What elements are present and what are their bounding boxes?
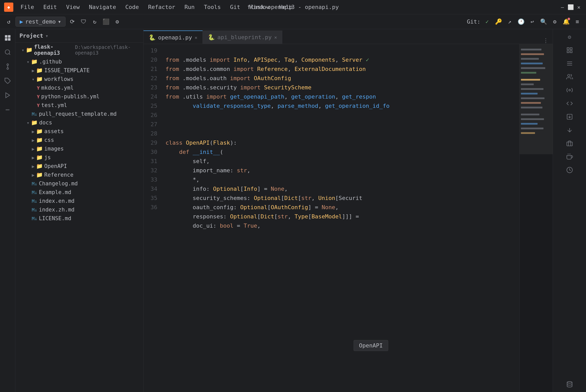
activity-run-icon[interactable]	[2, 90, 13, 101]
right-icon-4[interactable]	[564, 71, 575, 82]
menu-edit[interactable]: Edit	[39, 3, 61, 11]
activity-bar: ⋯	[0, 29, 15, 392]
menu-file[interactable]: File	[16, 3, 38, 11]
tree-item-css[interactable]: ▶ 📁 css	[15, 136, 143, 144]
right-icon-3[interactable]	[564, 58, 575, 69]
tooltip-text: OpenAPI	[359, 342, 383, 349]
folder-icon: 📁	[36, 154, 43, 161]
settings-button[interactable]: ⚙	[550, 17, 559, 26]
tree-label: index.en.md	[39, 198, 75, 204]
right-icon-7[interactable]	[564, 111, 575, 122]
minimize-button[interactable]: —	[559, 4, 566, 10]
code-editor[interactable]: 19 20 21 22 23 24 25 26 27 28 29 30 31 3…	[143, 44, 553, 392]
menu-code[interactable]: Code	[121, 3, 143, 11]
git-branch-button[interactable]: 🔑	[494, 17, 503, 26]
tree-item-assets[interactable]: ▶ 📁 assets	[15, 127, 143, 136]
activity-project-icon[interactable]	[2, 32, 13, 44]
activity-plugins-icon[interactable]	[2, 75, 13, 87]
svg-rect-1	[8, 35, 11, 38]
folder-icon: 📁	[36, 128, 43, 134]
tabs-bar: 🐍 openapi.py ✕ 🐍 api_blueprint.py ✕ ⋮	[143, 29, 553, 44]
notifications-button[interactable]: 🔔	[561, 17, 571, 26]
tree-item-github[interactable]: ▾ 📁 .github	[15, 57, 143, 66]
toolbar-btn-shield[interactable]: 🛡	[79, 17, 88, 26]
folder-icon: 📁	[31, 59, 38, 65]
project-label: Project	[19, 33, 43, 39]
tree-item-index-en-md[interactable]: M↓ index.en.md	[15, 197, 143, 205]
folder-icon: 📁	[36, 172, 43, 178]
activity-more-icon[interactable]: ⋯	[2, 104, 13, 115]
svg-line-5	[9, 54, 10, 55]
right-icon-9[interactable]	[564, 138, 575, 149]
tab-api-blueprint-py[interactable]: 🐍 api_blueprint.py ✕	[203, 30, 282, 44]
file-icon: Y	[37, 94, 40, 99]
activity-vcs-icon[interactable]	[2, 61, 13, 72]
tree-item-index-zh-md[interactable]: M↓ index.zh.md	[15, 205, 143, 214]
tree-item-test-yml[interactable]: Y test.yml	[15, 101, 143, 110]
right-icon-2[interactable]	[564, 45, 575, 56]
tree-label: mkdocs.yml	[41, 85, 74, 91]
svg-rect-34	[570, 51, 572, 53]
tree-item-flask-openapi3[interactable]: ▾ 📁 flask-openapi3 D:\workspace\flask-op…	[15, 43, 143, 57]
tree-label: workflows	[44, 76, 74, 82]
tree-item-python-publish-yml[interactable]: Y python-publish.yml	[15, 92, 143, 101]
git-check-button[interactable]: ✓	[482, 17, 492, 26]
chevron-right-icon: ▶	[32, 172, 35, 178]
file-icon: M↓	[32, 198, 37, 204]
chevron-right-icon: ▶	[32, 68, 35, 73]
tabs-more-button[interactable]: ⋮	[539, 37, 553, 44]
tab-openapi-py[interactable]: 🐍 openapi.py ✕	[143, 30, 203, 44]
menu-run[interactable]: Run	[180, 3, 199, 11]
toolbar-btn-refresh2[interactable]: ↻	[90, 17, 99, 26]
settings-gear-button[interactable]: ≡	[573, 17, 582, 26]
window-title: flask-openapi3 - openapi.py	[247, 4, 339, 10]
svg-rect-30	[520, 44, 553, 154]
right-icon-10[interactable]	[564, 151, 575, 162]
tree-item-pull-request-template[interactable]: M↓ pull_request_template.md	[15, 110, 143, 118]
right-icon-db[interactable]	[564, 379, 575, 390]
toolbar-btn-coverage[interactable]: ⚙	[113, 17, 122, 26]
tree-item-docs[interactable]: ▾ 📁 docs	[15, 118, 143, 127]
run-config-selector[interactable]: ▶ rest_demo ▾	[15, 17, 66, 27]
git-push-button[interactable]: ↗	[505, 17, 514, 26]
menu-navigate[interactable]: Navigate	[85, 3, 120, 11]
folder-icon: 📁	[36, 146, 43, 152]
activity-search-icon[interactable]	[2, 47, 13, 58]
project-header[interactable]: Project ▾	[15, 29, 143, 43]
right-icon-5[interactable]	[564, 84, 575, 96]
tab-close-openapi[interactable]: ✕	[194, 35, 197, 40]
autocomplete-tooltip: OpenAPI	[354, 340, 388, 351]
maximize-button[interactable]: ⬜	[568, 4, 574, 10]
tree-item-example-md[interactable]: M↓ Example.md	[15, 188, 143, 197]
tree-item-images[interactable]: ▶ 📁 images	[15, 144, 143, 153]
toolbar-btn-stop[interactable]: ⬛	[101, 17, 111, 26]
file-icon: M↓	[32, 216, 37, 221]
tree-item-license-md[interactable]: M↓ LICENSE.md	[15, 214, 143, 223]
menu-refactor[interactable]: Refactor	[144, 3, 179, 11]
tree-item-issue-template[interactable]: ▶ 📁 ISSUE_TEMPLATE	[15, 66, 143, 75]
file-icon: Y	[37, 103, 40, 108]
tree-item-openapi-folder[interactable]: ▶ 📁 OpenAPI	[15, 162, 143, 171]
tree-item-changelog-md[interactable]: M↓ Changelog.md	[15, 179, 143, 188]
tree-item-js[interactable]: ▶ 📁 js	[15, 153, 143, 162]
close-button[interactable]: ✕	[576, 4, 582, 10]
menu-tools[interactable]: Tools	[200, 3, 225, 11]
tree-item-reference-folder[interactable]: ▶ 📁 Reference	[15, 171, 143, 179]
tab-close-blueprint[interactable]: ✕	[274, 35, 277, 40]
tree-item-mkdocs-yml[interactable]: Y mkdocs.yml	[15, 83, 143, 92]
tree-label: test.yml	[41, 102, 67, 108]
right-icon-11[interactable]	[564, 164, 575, 176]
refresh-button[interactable]: ↺	[4, 17, 13, 26]
right-icon-1[interactable]: ⚙	[564, 31, 575, 43]
menu-view[interactable]: View	[62, 3, 84, 11]
tree-item-workflows[interactable]: ▾ 📁 workflows	[15, 75, 143, 83]
svg-point-6	[7, 64, 8, 66]
menu-git[interactable]: Git	[226, 3, 244, 11]
tree-label: docs	[39, 120, 52, 126]
toolbar-btn-1[interactable]: ⟳	[68, 17, 77, 26]
right-icon-6[interactable]	[564, 98, 575, 109]
git-rollback-button[interactable]: ↩	[528, 17, 537, 26]
git-history-button[interactable]: 🕐	[516, 17, 526, 26]
right-icon-8[interactable]	[564, 124, 575, 136]
search-button[interactable]: 🔍	[539, 17, 548, 26]
